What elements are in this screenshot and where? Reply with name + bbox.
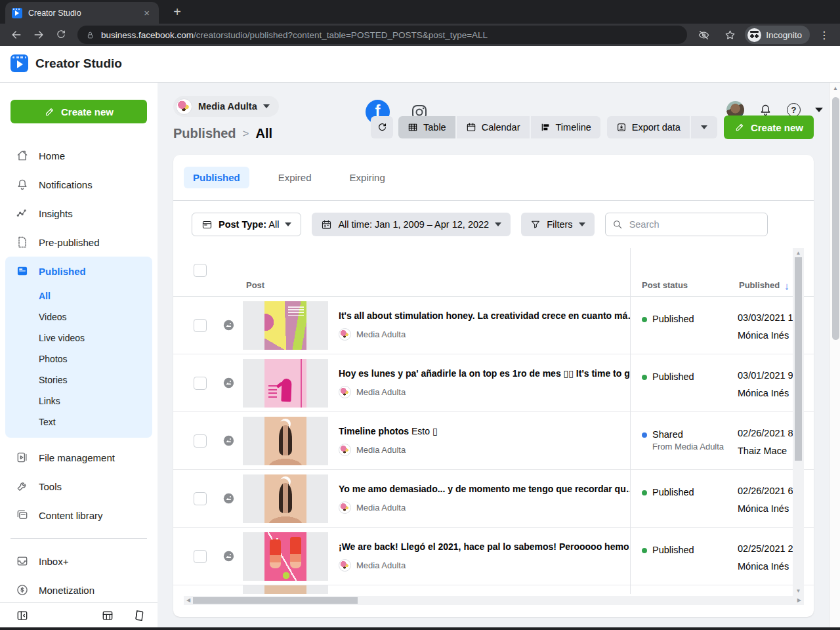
photo-post-icon xyxy=(214,297,243,354)
view-timeline-button[interactable]: Timeline xyxy=(531,116,600,138)
sidebar-subitem-photos[interactable]: Photos xyxy=(5,348,152,369)
table-row[interactable]: It's all about stimulation honey. La cre… xyxy=(173,297,814,354)
file-management-icon xyxy=(16,451,29,464)
sidebar-item-insights[interactable]: Insights xyxy=(0,199,158,228)
sidebar-subitem-text[interactable]: Text xyxy=(5,411,152,432)
export-options-caret-button[interactable] xyxy=(691,116,717,138)
tab-published[interactable]: Published xyxy=(184,167,249,188)
sidebar-item-tools[interactable]: Tools xyxy=(0,472,158,501)
table-horizontal-scrollbar[interactable]: ◀ ▶ xyxy=(184,596,804,605)
bookmark-star-icon[interactable] xyxy=(721,26,738,43)
calendar-grid-icon[interactable] xyxy=(101,609,114,622)
wrench-icon xyxy=(16,480,29,493)
sidebar-subitem-links[interactable]: Links xyxy=(5,390,152,411)
export-download-icon xyxy=(616,122,627,133)
draft-document-icon xyxy=(16,236,29,249)
post-title[interactable]: Timeline photos Esto ▯ xyxy=(339,426,630,436)
table-row[interactable]: Hoy es lunes y pa' añadirle la on top es… xyxy=(173,354,814,412)
refresh-button[interactable] xyxy=(371,116,393,138)
post-title[interactable]: ¡We are back! Llegó el 2021, hace pal lo… xyxy=(339,541,630,552)
sidebar-subitem-videos[interactable]: Videos xyxy=(5,306,152,327)
back-button[interactable] xyxy=(8,26,25,43)
sidebar-item-notifications[interactable]: Notifications xyxy=(0,170,158,199)
tab-expired[interactable]: Expired xyxy=(269,167,321,188)
status-tabs: Published Expired Expiring xyxy=(173,155,814,201)
sidebar-item-home[interactable]: Home xyxy=(0,141,158,170)
sidebar-item-pre-published[interactable]: Pre-published xyxy=(0,228,158,257)
export-data-button[interactable]: Export data xyxy=(607,116,690,138)
table-row[interactable]: Timeline photos Esto ▯ Media Adulta Shar… xyxy=(173,412,814,470)
creator-studio-logo[interactable] xyxy=(10,54,28,72)
row-checkbox[interactable] xyxy=(194,492,207,505)
close-tab-button[interactable]: × xyxy=(141,7,152,19)
table-row[interactable]: ¡We are back! Llegó el 2021, hace pal lo… xyxy=(173,528,814,585)
scroll-up-arrow[interactable]: ▲ xyxy=(793,250,804,256)
reload-button[interactable] xyxy=(52,26,70,43)
scroll-up-arrow[interactable]: ▲ xyxy=(830,85,840,91)
view-calendar-button[interactable]: Calendar xyxy=(457,116,530,138)
chevron-down-icon xyxy=(285,222,291,226)
account-switcher[interactable]: Media Adulta xyxy=(173,96,279,117)
row-checkbox[interactable] xyxy=(194,550,207,563)
view-table-button[interactable]: Table xyxy=(398,116,455,138)
notes-book-icon[interactable] xyxy=(133,609,146,622)
date-range-filter[interactable]: All time: Jan 1, 2009 – Apr 12, 2022 xyxy=(312,213,511,236)
scroll-down-arrow[interactable]: ▼ xyxy=(793,588,804,594)
new-tab-button[interactable]: + xyxy=(169,5,185,18)
column-header-published[interactable]: Published↓ xyxy=(739,280,789,290)
post-thumbnail[interactable] xyxy=(243,532,328,581)
table-vertical-scrollbar[interactable]: ▲ ▼ xyxy=(793,248,804,596)
post-thumbnail[interactable] xyxy=(243,301,328,350)
address-bar[interactable]: business.facebook.com/creatorstudio/publ… xyxy=(77,26,687,44)
sidebar-subitem-stories[interactable]: Stories xyxy=(5,369,152,390)
sidebar-subitem-all[interactable]: All xyxy=(5,285,152,306)
sidebar-item-content-library[interactable]: Content library xyxy=(0,501,158,530)
sidebar-create-new-button[interactable]: Create new xyxy=(10,100,147,123)
sidebar-item-monetization[interactable]: Monetization xyxy=(0,576,158,602)
post-thumbnail[interactable] xyxy=(243,417,328,465)
sidebar-divider xyxy=(10,538,147,539)
column-header-post[interactable]: Post xyxy=(246,280,264,290)
horizontal-scroll-thumb[interactable] xyxy=(193,597,358,604)
sidebar-item-inbox[interactable]: Inbox+ xyxy=(0,547,158,576)
search-icon xyxy=(612,219,623,230)
breadcrumb-published[interactable]: Published xyxy=(173,126,236,141)
forward-button[interactable] xyxy=(30,26,47,43)
column-header-post-status[interactable]: Post status xyxy=(642,280,688,290)
browser-menu-button[interactable]: ⋮ xyxy=(814,29,835,41)
post-title[interactable]: Hoy es lunes y pa' añadirle la on top es… xyxy=(339,368,630,379)
filter-bar: Post Type: All All time: Jan 1, 2009 – A… xyxy=(173,201,814,248)
post-title[interactable]: It's all about stimulation honey. La cre… xyxy=(339,310,630,321)
post-title[interactable]: Yo me amo demasiado... y de momento me t… xyxy=(339,484,630,494)
calendar-icon xyxy=(466,122,476,133)
tracking-protection-eye-icon[interactable] xyxy=(695,26,712,43)
row-checkbox[interactable] xyxy=(194,377,207,390)
scroll-right-arrow[interactable]: ▶ xyxy=(797,597,801,603)
scroll-left-arrow[interactable]: ◀ xyxy=(186,597,190,603)
post-author: Media Adulta xyxy=(339,501,630,514)
author-avatar xyxy=(339,444,351,456)
row-checkbox[interactable] xyxy=(194,434,207,448)
table-header: Post Post status Published↓ xyxy=(173,248,814,297)
page-scroll-thumb[interactable] xyxy=(832,97,839,340)
sidebar-item-file-management[interactable]: File management xyxy=(0,443,158,472)
sidebar-item-published[interactable]: Published xyxy=(5,257,152,285)
sort-descending-icon[interactable]: ↓ xyxy=(784,282,789,290)
filters-button[interactable]: Filters xyxy=(521,213,594,236)
create-new-button[interactable]: Create new xyxy=(724,116,814,139)
row-checkbox[interactable] xyxy=(194,319,207,332)
tab-expiring[interactable]: Expiring xyxy=(341,167,394,188)
vertical-scroll-thumb[interactable] xyxy=(795,257,802,461)
table-row[interactable]: Yo me amo demasiado... y de momento me t… xyxy=(173,470,814,528)
post-thumbnail[interactable] xyxy=(243,474,328,523)
select-all-checkbox[interactable] xyxy=(194,264,207,277)
sidebar-subitem-live-videos[interactable]: Live videos xyxy=(5,327,152,348)
chevron-down-icon xyxy=(579,222,585,226)
collapse-sidebar-icon[interactable] xyxy=(16,609,29,622)
post-type-filter[interactable]: Post Type: All xyxy=(192,213,301,236)
page-scrollbar[interactable]: ▲ xyxy=(830,83,840,627)
post-thumbnail[interactable] xyxy=(243,359,328,408)
browser-tab[interactable]: Creator Studio × xyxy=(5,2,159,24)
lock-icon xyxy=(85,30,95,40)
search-input[interactable] xyxy=(605,213,768,236)
